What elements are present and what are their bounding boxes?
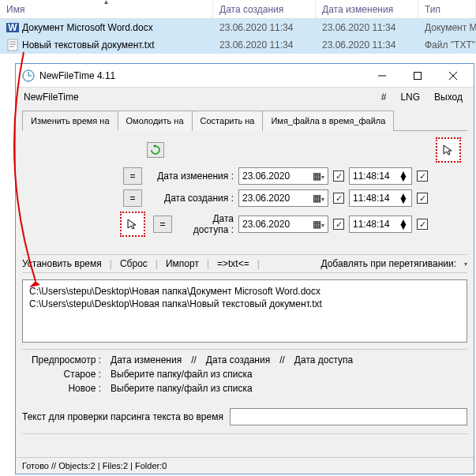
- calendar-icon: ▦▾: [313, 219, 324, 230]
- list-item[interactable]: W Документ Microsoft Word.docx 23.06.202…: [0, 19, 476, 36]
- parse-row: Текст для проверки парсинга текста во вр…: [22, 408, 467, 425]
- preview-section: Предпросмотр : Дата изменения // Дата со…: [22, 349, 467, 397]
- row-created: = Дата создания : 23.06.2020 ▦▾ ✓ 11:48:…: [25, 189, 464, 207]
- label-modified: Дата изменения :: [147, 171, 234, 182]
- reset-button[interactable]: Сброс: [120, 258, 148, 269]
- tabstrip: Изменить время на Омолодить на Состарить…: [22, 110, 467, 131]
- checkbox-created-time[interactable]: ✓: [417, 193, 428, 204]
- date-input-created[interactable]: 23.06.2020 ▦▾: [238, 189, 328, 207]
- preview-accessed: Дата доступа: [294, 354, 353, 365]
- tab-filename-time[interactable]: Имя_файла в время_файла: [262, 111, 394, 131]
- time-input-created[interactable]: 11:48:14 ▲▼: [349, 189, 412, 207]
- picker-button-top[interactable]: [436, 137, 461, 163]
- old-value: Выберите папку/файл из списка: [111, 369, 253, 380]
- new-label: Новое :: [22, 383, 101, 394]
- refresh-icon: [150, 144, 161, 156]
- refresh-button[interactable]: [147, 142, 164, 158]
- drag-mode-label[interactable]: Добавлять при перетягивании:: [320, 258, 456, 269]
- tab-younger[interactable]: Омолодить на: [118, 111, 193, 131]
- preview-created: Дата создания: [206, 354, 270, 365]
- time-input-accessed[interactable]: 11:48:14 ▲▼: [349, 216, 412, 233]
- row-modified: = Дата изменения : 23.06.2020 ▦▾ ✓ 11:48…: [25, 167, 464, 185]
- file-created: 23.06.2020 11:34: [213, 21, 316, 35]
- label-accessed: Дата доступа :: [177, 213, 234, 235]
- txt-file-icon: [6, 39, 19, 51]
- time-input-modified[interactable]: 11:48:14 ▲▼: [349, 167, 412, 185]
- txt-button[interactable]: =>txt<=: [217, 258, 249, 269]
- listview-header: ▲ Имя Дата создания Дата изменения Тип: [0, 0, 476, 19]
- set-time-button[interactable]: Установить время: [22, 258, 102, 269]
- menu-hash[interactable]: #: [378, 90, 390, 104]
- calendar-icon: ▦▾: [313, 171, 324, 182]
- tab-older[interactable]: Состарить на: [192, 111, 264, 131]
- file-type: Файл "TXT": [418, 38, 476, 52]
- menubar: NewFileTime # LNG Выход: [16, 88, 474, 107]
- explorer-listview: ▲ Имя Дата создания Дата изменения Тип W…: [0, 0, 476, 54]
- titlebar[interactable]: NewFileTime 4.11: [16, 64, 474, 88]
- file-created: 23.06.2020 11:34: [213, 38, 316, 52]
- file-path-item[interactable]: C:\Users\stepu\Desktop\Новая папка\Новый…: [29, 298, 460, 310]
- eq-button-accessed[interactable]: =: [153, 216, 172, 233]
- newfiletime-window: NewFileTime 4.11 NewFileTime # LNG Выход…: [15, 63, 474, 474]
- close-button[interactable]: [435, 65, 470, 87]
- checkbox-accessed-time[interactable]: ✓: [417, 219, 428, 230]
- file-list-box[interactable]: C:\Users\stepu\Desktop\Новая папка\Докум…: [22, 279, 467, 343]
- preview-label: Предпросмотр :: [22, 354, 101, 365]
- preview-modified: Дата изменения: [111, 354, 182, 365]
- file-name: Новый текстовый документ.txt: [22, 39, 155, 51]
- label-created: Дата создания :: [147, 193, 234, 204]
- svg-text:W: W: [8, 22, 17, 33]
- checkbox-created-date[interactable]: ✓: [333, 193, 344, 204]
- picker-button-left[interactable]: [120, 212, 145, 237]
- app-icon: [22, 69, 35, 82]
- file-modified: 23.06.2020 11:34: [316, 21, 418, 35]
- new-value: Выберите папку/файл из списка: [111, 383, 253, 394]
- maximize-button[interactable]: [399, 65, 435, 87]
- date-input-accessed[interactable]: 23.06.2020 ▦▾: [238, 216, 328, 233]
- cursor-icon: [441, 143, 455, 157]
- col-type[interactable]: Тип: [418, 0, 476, 18]
- spinner-icon: ▲▼: [399, 193, 408, 203]
- file-path-item[interactable]: C:\Users\stepu\Desktop\Новая папка\Докум…: [29, 285, 460, 298]
- col-name[interactable]: ▲ Имя: [0, 0, 213, 18]
- action-bar: Установить время | Сброс | Импорт | =>tx…: [22, 254, 467, 273]
- col-modified[interactable]: Дата изменения: [316, 0, 418, 18]
- list-item[interactable]: Новый текстовый документ.txt 23.06.2020 …: [0, 36, 476, 54]
- svg-rect-11: [414, 72, 421, 79]
- checkbox-modified-date[interactable]: ✓: [333, 171, 344, 182]
- eq-button-modified[interactable]: =: [123, 167, 142, 185]
- tab-content: = Дата изменения : 23.06.2020 ▦▾ ✓ 11:48…: [22, 131, 467, 248]
- status-bar: Готово // Objects:2 | Files:2 | Folder:0: [16, 457, 474, 474]
- parse-input[interactable]: [230, 408, 467, 425]
- col-created[interactable]: Дата создания: [213, 0, 316, 18]
- cursor-icon: [126, 217, 140, 231]
- file-type: Документ Micros: [418, 21, 476, 35]
- chevron-down-icon[interactable]: ▾: [464, 260, 467, 268]
- sort-indicator-icon: ▲: [103, 0, 110, 6]
- menu-exit[interactable]: Выход: [431, 90, 466, 104]
- spinner-icon: ▲▼: [399, 171, 408, 181]
- old-label: Старое :: [22, 369, 101, 380]
- file-name: Документ Microsoft Word.docx: [22, 22, 153, 33]
- minimize-button[interactable]: [364, 65, 399, 87]
- brand-label[interactable]: NewFileTime: [24, 92, 370, 103]
- calendar-icon: ▦▾: [313, 193, 324, 204]
- tab-set-time[interactable]: Изменить время на: [22, 111, 118, 131]
- checkbox-accessed-date[interactable]: ✓: [333, 219, 344, 230]
- parse-label: Текст для проверки парсинга текста во вр…: [22, 411, 223, 422]
- window-title: NewFileTime 4.11: [39, 70, 364, 81]
- file-modified: 23.06.2020 11:34: [316, 38, 418, 52]
- svg-rect-2: [8, 39, 17, 51]
- word-file-icon: W: [6, 21, 19, 34]
- import-button[interactable]: Импорт: [166, 258, 199, 269]
- svg-marker-14: [153, 144, 156, 148]
- col-name-label: Имя: [6, 4, 24, 15]
- spinner-icon: ▲▼: [399, 219, 408, 229]
- row-accessed: = Дата доступа : 23.06.2020 ▦▾ ✓ 11:48:1…: [25, 212, 464, 237]
- checkbox-modified-time[interactable]: ✓: [417, 171, 428, 182]
- menu-lng[interactable]: LNG: [397, 90, 423, 104]
- eq-button-created[interactable]: =: [123, 189, 142, 207]
- date-input-modified[interactable]: 23.06.2020 ▦▾: [238, 167, 328, 185]
